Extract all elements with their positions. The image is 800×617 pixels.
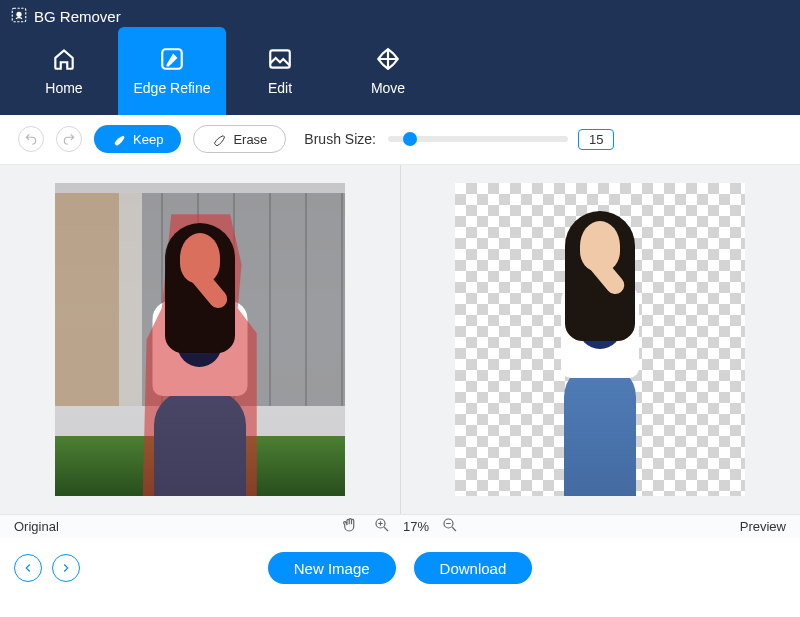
footer: New Image Download [0, 538, 800, 598]
keep-button[interactable]: Keep [94, 125, 181, 153]
zoom-out-button[interactable] [441, 516, 459, 537]
image-icon [267, 46, 293, 72]
preview-label: Preview [740, 519, 786, 534]
prev-image-button[interactable] [14, 554, 42, 582]
brush-size-label: Brush Size: [304, 131, 376, 147]
svg-point-1 [16, 12, 21, 17]
tab-label: Move [371, 80, 405, 96]
app-title: BG Remover [34, 8, 121, 25]
move-icon [375, 46, 401, 72]
workspace: NASA NASA [0, 164, 800, 514]
status-bar: Original 17% Preview [0, 514, 800, 538]
brush-erase-icon [212, 132, 227, 147]
edit-icon [159, 46, 185, 72]
download-button[interactable]: Download [414, 552, 533, 584]
redo-button[interactable] [56, 126, 82, 152]
keep-label: Keep [133, 132, 163, 147]
subject-cutout: NASA [525, 183, 675, 496]
next-image-button[interactable] [52, 554, 80, 582]
app-logo-icon [10, 6, 28, 27]
tab-move[interactable]: Move [334, 27, 442, 115]
brush-size-slider[interactable] [388, 136, 568, 142]
home-icon [51, 46, 77, 72]
zoom-level: 17% [403, 519, 429, 534]
app-titlebar: BG Remover [0, 0, 800, 27]
brush-size-value[interactable]: 15 [578, 129, 614, 150]
preview-pane[interactable]: NASA [401, 165, 801, 514]
erase-label: Erase [233, 132, 267, 147]
toolbar: Keep Erase Brush Size: 15 [0, 115, 800, 164]
preview-canvas[interactable]: NASA [455, 183, 745, 496]
new-image-button[interactable]: New Image [268, 552, 396, 584]
undo-button[interactable] [18, 126, 44, 152]
tab-edit[interactable]: Edit [226, 27, 334, 115]
brush-keep-icon [112, 132, 127, 147]
original-pane[interactable]: NASA [0, 165, 401, 514]
tab-label: Edit [268, 80, 292, 96]
subject-person: NASA [105, 183, 295, 496]
slider-thumb[interactable] [403, 132, 417, 146]
tab-label: Home [45, 80, 82, 96]
tab-edge-refine[interactable]: Edge Refine [118, 27, 226, 115]
tab-label: Edge Refine [133, 80, 210, 96]
tab-home[interactable]: Home [10, 27, 118, 115]
pan-tool-icon[interactable] [341, 516, 359, 537]
zoom-in-button[interactable] [373, 516, 391, 537]
original-label: Original [14, 519, 59, 534]
original-canvas[interactable]: NASA [55, 183, 345, 496]
erase-button[interactable]: Erase [193, 125, 286, 153]
nav-tabs: Home Edge Refine Edit Move [0, 27, 800, 115]
